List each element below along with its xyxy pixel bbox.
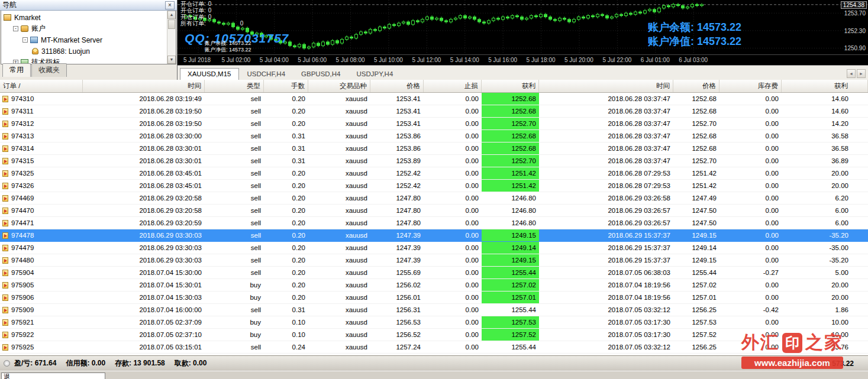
column-header[interactable]: 类型 (205, 80, 264, 92)
cell-swap: 0.00 (719, 242, 782, 254)
cell-ctime: 2018.06.28 03:37:47 (539, 105, 673, 117)
nav-tab-common[interactable]: 常用 (2, 63, 31, 77)
cell-lots: 0.20 (264, 105, 308, 117)
chart-canvas[interactable] (178, 0, 868, 54)
nav-tab-favorites[interactable]: 收藏夹 (31, 63, 67, 77)
cell-type: buy (205, 316, 264, 328)
table-row[interactable]: 9759212018.07.05 02:37:09buy0.10xauusd12… (0, 316, 868, 329)
table-row[interactable]: 9743252018.06.28 03:45:01sell0.20xauusd1… (0, 167, 868, 180)
cell-profit: 14.20 (782, 118, 868, 129)
order-cell: 975921 (0, 316, 83, 328)
order-doc-icon (2, 257, 8, 264)
column-header[interactable]: 价格 (673, 80, 719, 92)
order-number: 975909 (11, 306, 34, 313)
cell-swap: 0.00 (719, 155, 782, 167)
table-row[interactable]: 9743142018.06.28 03:30:01sell0.31xauusd1… (0, 142, 868, 155)
column-header[interactable]: 交易品种 (308, 80, 370, 92)
tab-scroll-left-icon[interactable]: ◄ (847, 69, 856, 78)
table-row[interactable]: 9744782018.06.29 03:30:03sell0.20xauusd1… (0, 229, 868, 242)
column-header[interactable]: 订单 / (0, 80, 83, 92)
table-row[interactable]: 9759052018.07.04 15:30:01buy0.20xauusd12… (0, 279, 868, 291)
table-row[interactable]: 9759252018.07.05 03:15:01sell0.24xauusd1… (0, 341, 868, 354)
column-header[interactable]: 库存费 (719, 80, 782, 92)
close-icon[interactable]: × (165, 1, 175, 9)
cell-swap: 0.00 (719, 93, 782, 105)
info-value: 0 (240, 20, 244, 27)
cell-profit: 6.00 (782, 217, 868, 229)
column-header[interactable]: 获利 (782, 80, 868, 92)
table-row[interactable]: 9759222018.07.05 02:37:10buy0.10xauusd12… (0, 329, 868, 341)
cell-symbol: xauusd (308, 105, 370, 117)
price-scale-label: 1252.30 (844, 28, 866, 34)
table-row[interactable]: 9743152018.06.28 03:30:01sell0.31xauusd1… (0, 155, 868, 167)
table-row[interactable]: 9743262018.06.28 03:45:01sell0.20xauusd1… (0, 180, 868, 192)
tree-item-accounts[interactable]: -账户 (1, 23, 167, 34)
column-header[interactable]: 时间 (83, 80, 205, 92)
cell-swap: 0.00 (719, 105, 782, 117)
cell-price: 1253.41 (370, 93, 424, 105)
scroll-down-icon[interactable]: ▼ (167, 56, 176, 64)
cell-sl: 0.00 (424, 254, 482, 266)
order-number: 974480 (11, 257, 34, 264)
column-header[interactable]: 手数 (264, 80, 308, 92)
cell-ctime: 2018.07.05 03:32:12 (539, 341, 673, 353)
tree-item-login[interactable]: 311868: Luojun (1, 46, 167, 57)
column-header[interactable]: 价格 (370, 80, 424, 92)
user-icon (32, 48, 38, 54)
cell-symbol: xauusd (308, 118, 370, 129)
table-row[interactable]: 9744692018.06.29 03:20:58sell0.20xauusd1… (0, 192, 868, 205)
tree-expander-icon[interactable]: - (13, 26, 18, 31)
cell-swap: 0.00 (719, 217, 782, 229)
cell-sl: 0.00 (424, 291, 482, 303)
cell-lots: 0.20 (264, 93, 308, 105)
connection-status-icon (4, 360, 10, 367)
tab-scroll-right-icon[interactable]: ► (857, 69, 866, 78)
tree-item-kmarket[interactable]: Kmarket (1, 12, 167, 23)
table-row[interactable]: 9744802018.06.29 03:30:03sell0.20xauusd1… (0, 254, 868, 267)
symbol-tab-usdchf-h4[interactable]: USDCHF,H4 (240, 68, 293, 80)
column-header[interactable]: 获利 (482, 80, 539, 92)
time-axis-label: 6 Jul 01:00 (641, 57, 670, 63)
cell-type: sell (205, 304, 264, 316)
cell-lots: 0.20 (264, 279, 308, 291)
table-row[interactable]: 9759042018.07.04 15:30:00sell0.20xauusd1… (0, 267, 868, 279)
scroll-up-icon[interactable]: ▲ (167, 11, 176, 19)
column-header[interactable]: 止损 (424, 80, 482, 92)
cell-tp: 1255.44 (482, 267, 539, 278)
tree-expander-icon[interactable]: - (22, 37, 28, 43)
table-row[interactable]: 9759062018.07.04 15:30:03buy0.20xauusd12… (0, 291, 868, 304)
navigator-scrollbar[interactable]: ▲ ▼ (167, 11, 176, 64)
column-header[interactable]: 时间 (539, 80, 673, 92)
chart-info-overlay: 开仓订单:0开仓订单:0开仓订单:0所有订单:0 (180, 1, 243, 27)
cell-type: sell (205, 130, 264, 142)
order-number: 975905 (11, 281, 34, 289)
table-row[interactable]: 9744712018.06.29 03:20:59sell0.20xauusd1… (0, 217, 868, 229)
watermark-stamp-icon: 印 (782, 333, 802, 353)
partial-widget[interactable]: 退 (1, 372, 105, 379)
account-equity-text: 账户净值: 14573.22 (648, 34, 741, 48)
tree-item-server[interactable]: -MT-Kmarket Server (1, 34, 167, 46)
table-row[interactable]: 9743122018.06.28 03:19:50sell0.20xauusd1… (0, 118, 868, 130)
table-row[interactable]: 9743112018.06.28 03:19:50sell0.20xauusd1… (0, 105, 868, 118)
cell-ctime: 2018.06.29 03:26:57 (539, 217, 673, 229)
scrollbar-track[interactable] (167, 30, 176, 56)
order-cell: 975925 (0, 341, 83, 353)
table-row[interactable]: 9744792018.06.29 03:30:03sell0.20xauusd1… (0, 242, 868, 254)
table-row[interactable]: 9744702018.06.29 03:20:58sell0.20xauusd1… (0, 205, 868, 217)
cell-time: 2018.07.04 15:30:03 (83, 291, 205, 303)
table-row[interactable]: 9743102018.06.28 03:19:49sell0.20xauusd1… (0, 93, 868, 105)
table-row[interactable]: 9743132018.06.28 03:30:00sell0.31xauusd1… (0, 130, 868, 142)
cell-swap: 0.00 (719, 316, 782, 328)
table-row[interactable]: 9759092018.07.04 16:00:00sell0.31xauusd1… (0, 304, 868, 316)
symbol-tab-usdjpy-h4[interactable]: USDJPY,H4 (349, 68, 401, 80)
symbol-tab-gbpusd-h4[interactable]: GBPUSD,H4 (293, 68, 348, 80)
order-cell: 975905 (0, 279, 83, 291)
cell-ctime: 2018.07.05 03:17:30 (539, 329, 673, 341)
cell-profit: 20.00 (782, 167, 868, 179)
scrollbar-thumb[interactable] (168, 20, 175, 29)
symbol-tab-xauusd-m15[interactable]: XAUUSD,M15 (180, 68, 239, 80)
chart-area[interactable]: 开仓订单:0开仓订单:0开仓订单:0所有订单:0 QQ: 1057031757 … (178, 0, 868, 65)
cell-swap: 0.00 (719, 192, 782, 204)
cell-tp: 1252.70 (482, 118, 539, 129)
order-doc-icon (2, 232, 8, 239)
